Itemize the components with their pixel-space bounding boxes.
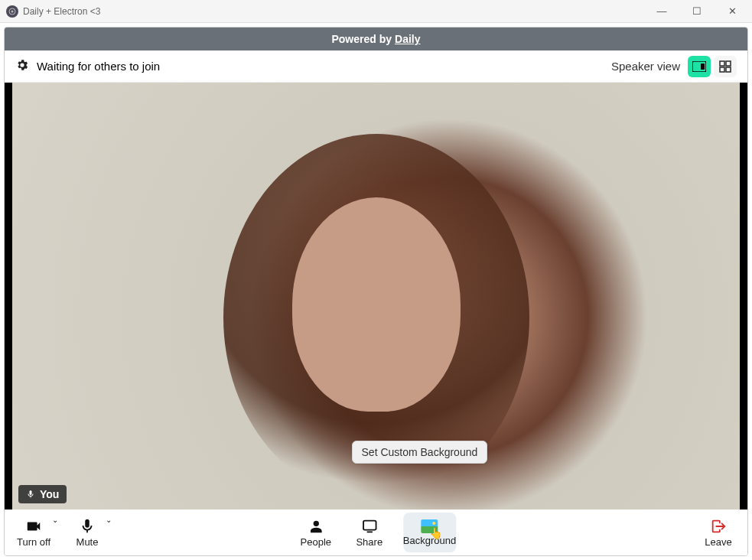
window-titlebar: Daily + Electron <3 — ☐ ✕: [0, 0, 752, 23]
controls-bar: ⌄ Turn off ⌄ Mute People Share 👆: [5, 510, 747, 555]
background-label: Background: [403, 535, 456, 546]
close-button[interactable]: ✕: [721, 1, 743, 22]
app-icon: [6, 5, 18, 18]
video-area: You Set Custom Background: [5, 83, 747, 510]
speaker-layout-icon: [692, 61, 706, 72]
leave-icon: [710, 518, 727, 535]
grid-view-button[interactable]: [714, 56, 737, 77]
screen-share-icon: [361, 518, 378, 535]
status-bar: Waiting for others to join Speaker view: [5, 50, 747, 83]
share-button[interactable]: Share: [350, 513, 389, 552]
svg-rect-8: [363, 520, 376, 529]
waiting-status: Waiting for others to join: [37, 60, 160, 73]
background-button[interactable]: 👆 Background: [403, 513, 456, 552]
audio-options-chevron-icon[interactable]: ⌄: [106, 516, 112, 524]
svg-rect-3: [701, 63, 705, 70]
app-container: Powered by Daily Waiting for others to j…: [4, 27, 748, 556]
mute-label: Mute: [77, 536, 99, 548]
microphone-icon: [79, 518, 96, 535]
people-label: People: [301, 536, 331, 548]
background-image-icon: [421, 519, 438, 533]
leave-label: Leave: [705, 536, 731, 548]
minimize-button[interactable]: —: [651, 1, 672, 22]
view-mode-label: Speaker view: [611, 60, 680, 73]
mute-button[interactable]: ⌄ Mute: [67, 513, 107, 552]
window-title: Daily + Electron <3: [23, 6, 651, 17]
background-tooltip: Set Custom Background: [352, 441, 488, 464]
camera-icon: [25, 518, 42, 535]
camera-button[interactable]: ⌄ Turn off: [14, 513, 54, 552]
svg-rect-5: [726, 61, 731, 66]
maximize-button[interactable]: ☐: [686, 1, 708, 22]
camera-label: Turn off: [17, 536, 50, 548]
you-label: You: [40, 488, 59, 500]
camera-options-chevron-icon[interactable]: ⌄: [52, 516, 58, 524]
svg-point-1: [11, 10, 14, 12]
svg-rect-6: [720, 67, 724, 72]
people-button[interactable]: People: [296, 513, 336, 552]
person-icon: [308, 518, 324, 535]
powered-banner: Powered by Daily: [5, 28, 747, 50]
leave-button[interactable]: Leave: [698, 513, 738, 552]
speaker-view-button[interactable]: [688, 56, 711, 77]
microphone-icon: [26, 490, 35, 499]
svg-rect-7: [726, 67, 731, 72]
share-label: Share: [356, 536, 383, 548]
powered-prefix: Powered by: [331, 33, 392, 45]
powered-link[interactable]: Daily: [395, 33, 420, 45]
svg-rect-4: [720, 61, 724, 66]
window-controls: — ☐ ✕: [651, 1, 743, 22]
gear-icon[interactable]: [15, 58, 29, 74]
grid-layout-icon: [719, 60, 731, 73]
participant-badge: You: [18, 485, 67, 503]
